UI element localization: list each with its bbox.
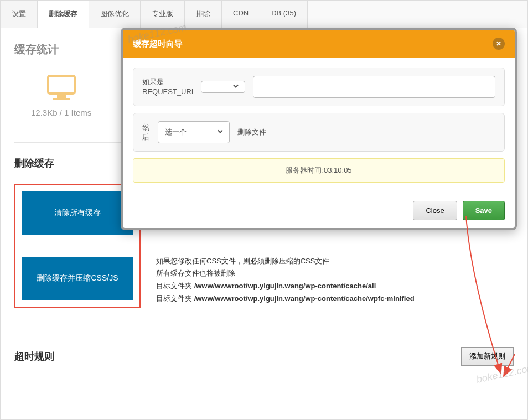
chevron-down-icon <box>232 83 239 91</box>
tab-pro[interactable]: 专业版 <box>141 1 185 28</box>
tab-exclude[interactable]: 排除 <box>185 1 222 28</box>
then-label: 然后 <box>142 122 150 142</box>
clear-all-cache-button[interactable]: 清除所有缓存 <box>22 191 133 235</box>
minify-desc: 如果您修改任何CSS文件，则必须删除压缩的CSS文件 所有缓存文件也将被删除 目… <box>156 256 514 305</box>
svg-rect-2 <box>53 98 70 100</box>
save-button[interactable]: Save <box>463 201 505 220</box>
server-time: 服务器时间:03:10:05 <box>133 158 505 183</box>
if-row: 如果是 REQUEST_URI <box>133 68 505 106</box>
if-label: 如果是 REQUEST_URI <box>142 77 193 97</box>
modal-footer: Close Save <box>123 193 515 228</box>
chevron-down-icon <box>217 128 224 137</box>
modal-header: 缓存超时向导 ✕ <box>123 30 515 58</box>
then-row: 然后 选一个 删除文件 <box>133 113 505 152</box>
monitor-icon <box>45 74 78 101</box>
tab-cdn[interactable]: CDN <box>222 1 260 28</box>
svg-rect-1 <box>57 95 66 98</box>
tab-delete-cache[interactable]: 删除缓存 <box>38 1 89 28</box>
delete-cache-minify-button[interactable]: 删除缓存并压缩CSS/JS <box>22 257 133 300</box>
then-select[interactable]: 选一个 <box>158 121 230 143</box>
if-select[interactable] <box>201 81 245 93</box>
close-button[interactable]: Close <box>413 201 457 220</box>
stat-value: 12.3Kb / 1 Items <box>31 108 91 117</box>
timeout-wizard-modal: 缓存超时向导 ✕ 如果是 REQUEST_URI 然后 选一个 <box>121 28 517 230</box>
delete-file-label: 删除文件 <box>237 127 266 137</box>
stat-block: 12.3Kb / 1 Items <box>31 74 91 117</box>
tab-settings[interactable]: 设置 <box>1 1 38 28</box>
add-rule-button[interactable]: 添加新规则 <box>461 347 514 366</box>
if-value-input[interactable] <box>253 76 495 98</box>
svg-rect-0 <box>48 76 75 94</box>
close-icon[interactable]: ✕ <box>493 38 505 50</box>
modal-title: 缓存超时向导 <box>133 39 183 49</box>
tab-db[interactable]: DB (35) <box>260 1 308 28</box>
divider <box>14 330 514 330</box>
tabs-bar: 设置 删除缓存 图像优化 专业版 排除 CDN DB (35) <box>1 1 527 28</box>
timeout-title: 超时规则 <box>14 350 54 363</box>
tab-image-opt[interactable]: 图像优化 <box>89 1 141 28</box>
